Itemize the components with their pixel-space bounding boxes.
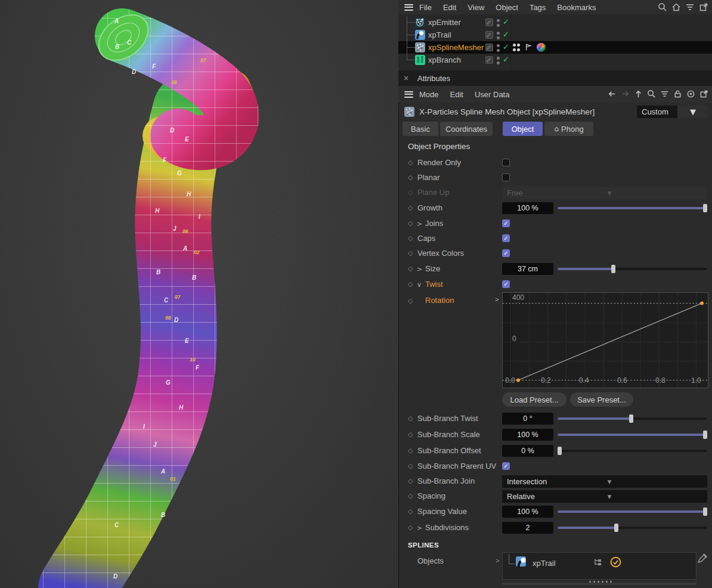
- keyframe-diamond-icon[interactable]: ◇: [408, 280, 413, 288]
- property-row-spacing-dropdown[interactable]: Relative▼: [502, 490, 707, 503]
- property-row-sub-branch-twist-value[interactable]: 0 °: [502, 413, 553, 425]
- listbox-resize-bar[interactable]: [502, 583, 696, 585]
- enable-dots-icon[interactable]: [497, 19, 500, 27]
- object-row-xpemitter[interactable]: xpEmitter✓: [398, 16, 712, 29]
- back-icon[interactable]: [608, 89, 617, 98]
- keyframe-diamond-icon[interactable]: ◇: [408, 492, 413, 500]
- popout-icon[interactable]: [699, 2, 708, 12]
- keyframe-diamond-icon[interactable]: ◇: [408, 462, 413, 470]
- property-row-vertex-colors-checkbox[interactable]: ✓: [502, 249, 510, 257]
- popout-icon[interactable]: [699, 89, 708, 98]
- up-icon[interactable]: [634, 89, 643, 98]
- property-row-render-only-checkbox[interactable]: [502, 159, 510, 166]
- search-icon[interactable]: [658, 2, 667, 12]
- property-row-caps-checkbox[interactable]: ✓: [502, 234, 510, 242]
- enabled-check-icon[interactable]: ✓: [503, 17, 509, 26]
- points-tag-icon[interactable]: [513, 44, 521, 51]
- spline-objects-listbox[interactable]: xpTrail: [502, 552, 696, 580]
- property-row-size-slider-knob[interactable]: [611, 265, 615, 273]
- om-menu-object[interactable]: Object: [496, 3, 518, 12]
- enabled-check-icon[interactable]: [610, 556, 621, 568]
- keyframe-diamond-icon[interactable]: ◇: [408, 188, 413, 196]
- save-preset-button[interactable]: Save Preset...: [570, 392, 633, 407]
- property-row-twist-checkbox[interactable]: ✓: [502, 280, 510, 288]
- search-icon[interactable]: [647, 89, 656, 98]
- property-row-sub-branch-scale-value[interactable]: 100 %: [502, 429, 553, 441]
- target-icon[interactable]: [686, 89, 695, 98]
- enabled-check-icon[interactable]: ✓: [503, 42, 509, 51]
- vertex-color-tag-icon[interactable]: [537, 43, 546, 52]
- om-menu-file[interactable]: File: [419, 3, 432, 12]
- viewport-3d[interactable]: ABCDF0708DEFGHHIJ06A02BBC07D08EF10GHIJA0…: [0, 0, 398, 588]
- property-row-growth-value[interactable]: 100 %: [502, 202, 553, 214]
- property-row-subdivisions-slider[interactable]: [558, 527, 707, 529]
- collapse-arrow-icon[interactable]: ∨: [417, 281, 422, 289]
- filter-icon[interactable]: [660, 89, 669, 98]
- attr-menu-user-data[interactable]: User Data: [475, 90, 510, 99]
- enable-dots-icon[interactable]: [497, 44, 500, 52]
- object-row-xpsplinemesher[interactable]: xpSplineMesher✓: [398, 41, 712, 54]
- forward-icon[interactable]: [621, 89, 630, 98]
- property-row-growth-slider-knob[interactable]: [703, 204, 707, 212]
- om-menu-bookmarks[interactable]: Bookmarks: [557, 3, 596, 12]
- property-row-sub-branch-twist-slider[interactable]: [558, 417, 707, 420]
- enable-dots-icon[interactable]: [497, 57, 500, 64]
- enabled-check-icon[interactable]: ✓: [503, 55, 509, 64]
- objects-expand-arrow[interactable]: >: [496, 557, 499, 564]
- property-row-sub-branch-scale-slider[interactable]: [558, 434, 707, 436]
- property-row-subdivisions-slider-knob[interactable]: [614, 524, 618, 532]
- preset-dropdown[interactable]: Custom ▼: [637, 106, 708, 118]
- filter-icon[interactable]: [685, 2, 695, 12]
- flag-tag-icon[interactable]: [525, 43, 533, 51]
- keyframe-diamond-icon[interactable]: ◇: [408, 174, 413, 181]
- property-row-subdivisions-value[interactable]: 2: [502, 522, 553, 534]
- om-menu-edit[interactable]: Edit: [443, 3, 456, 12]
- keyframe-diamond-icon[interactable]: ◇: [408, 234, 413, 242]
- rotation-curve-editor[interactable]: 400 0 0.00.20.40.60.81.0: [502, 292, 708, 388]
- property-row-spacing-value-slider-knob[interactable]: [703, 507, 707, 516]
- enable-dots-icon[interactable]: [497, 32, 500, 39]
- attr-menu-edit[interactable]: Edit: [450, 90, 463, 99]
- keyframe-diamond-icon[interactable]: ◇: [408, 414, 413, 422]
- keyframe-diamond-icon[interactable]: ◇: [408, 524, 413, 531]
- spline-item-name[interactable]: xpTrail: [533, 559, 556, 568]
- keyframe-diamond-icon[interactable]: ◇: [408, 159, 413, 166]
- tab-coordinates[interactable]: Coordinates: [440, 122, 493, 136]
- keyframe-diamond-icon[interactable]: ◇: [408, 431, 413, 438]
- property-row-sub-branch-parent-uv-checkbox[interactable]: ✓: [502, 462, 510, 470]
- keyframe-diamond-icon[interactable]: ◇: [408, 265, 413, 273]
- hierarchy-icon[interactable]: [593, 558, 603, 567]
- home-icon[interactable]: [671, 2, 681, 12]
- property-row-size-value[interactable]: 37 cm: [502, 263, 553, 275]
- property-row-spacing-value-value[interactable]: 100 %: [502, 506, 553, 518]
- om-menu-view[interactable]: View: [468, 3, 484, 12]
- expand-arrow-icon[interactable]: >: [417, 265, 422, 273]
- keyframe-diamond-icon[interactable]: ◇: [408, 297, 413, 305]
- expand-arrow-icon[interactable]: >: [417, 220, 422, 228]
- keyframe-diamond-icon[interactable]: ◇: [408, 204, 413, 212]
- property-row-spacing-value-slider[interactable]: [558, 510, 707, 513]
- property-row-sub-branch-offset-slider-knob[interactable]: [558, 447, 562, 455]
- keyframe-diamond-icon[interactable]: ◇: [408, 249, 413, 257]
- pencil-tag-icon[interactable]: [485, 31, 493, 39]
- keyframe-diamond-icon[interactable]: ◇: [408, 447, 413, 454]
- object-manager-menu-icon[interactable]: [404, 4, 413, 11]
- eyedropper-icon[interactable]: [696, 552, 707, 563]
- pencil-tag-icon[interactable]: [485, 18, 493, 26]
- expand-arrow-icon[interactable]: >: [417, 524, 422, 532]
- property-row-size-slider[interactable]: [558, 268, 707, 270]
- om-menu-tags[interactable]: Tags: [530, 3, 546, 12]
- property-row-plane-up-dropdown[interactable]: Free▼: [502, 187, 707, 199]
- property-row-joins-checkbox[interactable]: ✓: [502, 219, 510, 227]
- tab-phong[interactable]: ⌂Phong: [544, 122, 593, 136]
- listbox-resize-handle-icon[interactable]: [589, 581, 612, 583]
- pencil-tag-icon[interactable]: [485, 56, 493, 64]
- property-row-sub-branch-twist-slider-knob[interactable]: [629, 414, 633, 423]
- keyframe-diamond-icon[interactable]: ◇: [408, 219, 413, 227]
- property-row-growth-slider[interactable]: [558, 207, 707, 209]
- load-preset-button[interactable]: Load Preset...: [502, 392, 566, 407]
- attributes-menu-icon[interactable]: [404, 91, 413, 98]
- pencil-tag-icon[interactable]: [485, 44, 493, 51]
- tab-object[interactable]: Object: [503, 122, 543, 136]
- keyframe-diamond-icon[interactable]: ◇: [408, 477, 413, 485]
